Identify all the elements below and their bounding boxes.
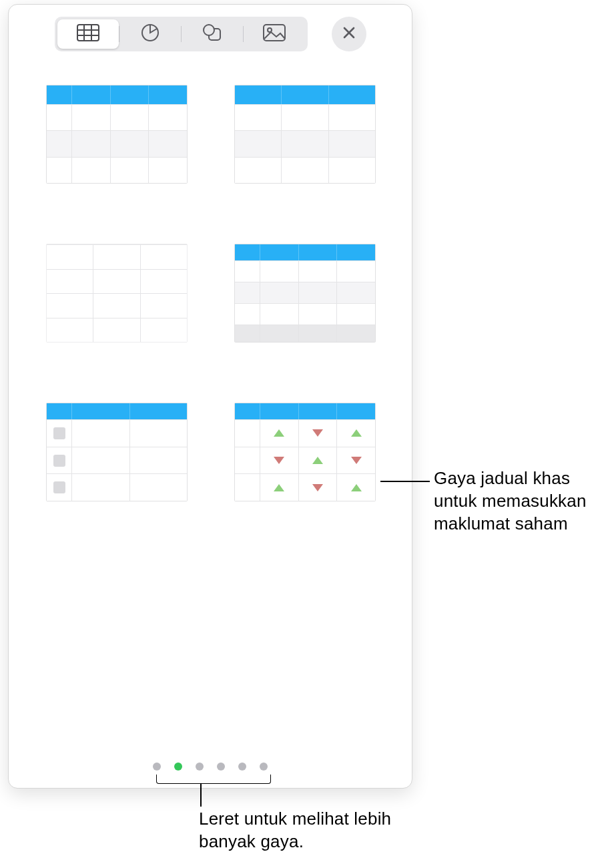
page-dot[interactable] [217,763,225,771]
page-dot-active[interactable] [174,763,182,771]
page-dot[interactable] [153,763,161,771]
close-icon [342,26,356,42]
callout-bracket-stem [200,784,202,807]
callout-swipe: Leret untuk melihat lebih banyak gaya. [199,808,426,853]
table-style-thumb[interactable] [234,85,376,184]
table-style-thumb[interactable] [46,85,188,184]
table-styles-popover [8,4,412,789]
svg-point-7 [204,25,214,35]
chart-pie-icon [140,23,160,45]
svg-rect-0 [77,25,99,41]
table-icon [77,24,99,44]
table-style-thumb[interactable] [46,244,188,343]
svg-rect-8 [264,25,285,41]
page-dot[interactable] [238,763,246,771]
shape-icon [202,23,222,45]
table-style-thumb[interactable] [234,244,376,343]
page-dot[interactable] [260,763,268,771]
callout-stock-style: Gaya jadual khas untuk memasukkan maklum… [434,467,614,535]
table-style-stock[interactable] [234,403,376,501]
table-style-thumb[interactable] [46,403,188,501]
page-dot[interactable] [196,763,204,771]
tab-shape[interactable] [182,19,243,49]
toolbar [9,5,412,61]
category-segmented-control [55,17,308,51]
callout-leader-line [380,481,430,482]
tab-media[interactable] [244,19,305,49]
style-grid[interactable] [9,61,412,759]
tab-table[interactable] [57,19,119,49]
callout-bracket [156,775,271,784]
media-icon [263,24,286,44]
close-button[interactable] [332,17,366,51]
tab-chart[interactable] [119,19,181,49]
